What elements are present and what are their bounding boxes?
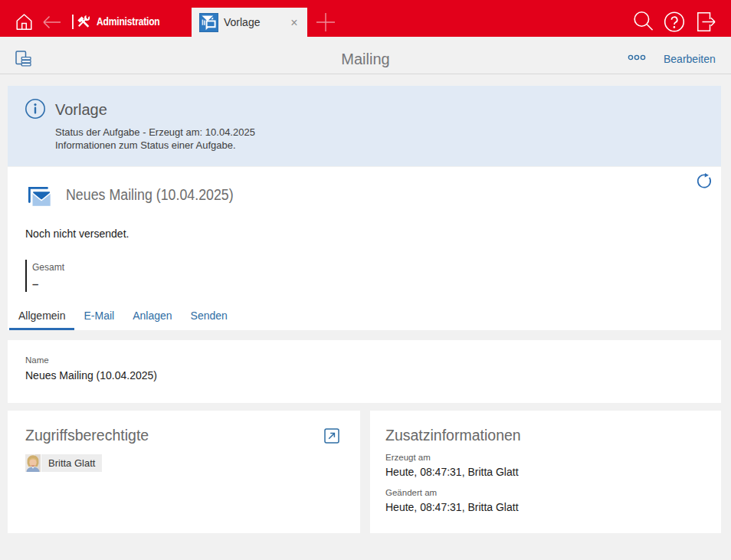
mailing-icon <box>28 186 51 206</box>
top-navigation-bar: Administration Vorlage × <box>0 0 731 37</box>
app-context-label: Administration <box>97 15 160 28</box>
refresh-icon <box>696 172 713 189</box>
info-panel-line2: Informationen zum Status einer Aufgabe. <box>55 139 236 152</box>
record-toolbar: Mailing Bearbeiten <box>0 37 731 74</box>
open-access-rights-button[interactable] <box>324 428 339 444</box>
tab-anlagen[interactable]: Anlagen <box>123 304 181 330</box>
name-field-value: Neues Mailing (10.04.2025) <box>25 368 157 382</box>
help-icon <box>664 11 685 33</box>
tab-senden[interactable]: Senden <box>182 304 237 330</box>
refresh-button[interactable] <box>696 172 713 189</box>
back-icon <box>41 13 62 31</box>
created-at-value: Heute, 08:47:31, Britta Glatt <box>385 466 519 479</box>
info-icon <box>25 98 46 120</box>
tab-close-button[interactable]: × <box>287 16 301 30</box>
back-button[interactable] <box>41 13 62 31</box>
more-actions-button[interactable] <box>628 54 646 61</box>
tools-icon <box>77 15 90 28</box>
detail-tabs: AllgemeinE-MailAnlagenSenden <box>9 304 237 330</box>
access-rights-heading: Zugriffsberechtigte <box>25 426 149 444</box>
search-button[interactable] <box>634 11 654 32</box>
mailing-card: Neues Mailing (10.04.2025) Noch nicht ve… <box>8 167 721 330</box>
gesamt-label: Gesamt <box>32 262 64 273</box>
name-field-label: Name <box>25 355 49 365</box>
edit-button[interactable]: Bearbeiten <box>664 53 716 66</box>
additional-info-heading: Zusatzinformationen <box>385 426 521 444</box>
tab-module-icon <box>199 13 218 32</box>
topbar-divider <box>72 15 74 29</box>
logout-icon <box>696 11 717 33</box>
logout-button[interactable] <box>696 11 717 33</box>
search-icon <box>634 11 654 32</box>
modified-at-value: Heute, 08:47:31, Britta Glatt <box>385 501 519 514</box>
mailing-status-text: Noch nicht versendet. <box>25 227 129 241</box>
home-button[interactable] <box>15 12 34 31</box>
plus-icon <box>316 12 336 32</box>
avatar <box>25 454 41 472</box>
person-chip[interactable]: Britta Glatt <box>25 454 102 472</box>
tab-e-mail[interactable]: E-Mail <box>74 304 123 330</box>
help-button[interactable] <box>664 11 685 33</box>
access-rights-card: Zugriffsberechtigte Britta Glatt <box>8 411 360 533</box>
mailing-heading: Neues Mailing (10.04.2025) <box>66 185 234 205</box>
gesamt-value: – <box>32 278 64 290</box>
home-icon <box>15 12 34 31</box>
modified-at-label: Geändert am <box>385 488 437 498</box>
created-at-label: Erzeugt am <box>385 453 431 463</box>
tab-label: Vorlage <box>224 16 260 29</box>
person-chip-label: Britta Glatt <box>41 454 102 472</box>
info-panel-heading: Vorlage <box>55 100 107 119</box>
additional-info-card: Zusatzinformationen Erzeugt am Heute, 08… <box>370 411 721 533</box>
external-link-icon <box>324 428 339 444</box>
new-tab-button[interactable] <box>316 12 336 32</box>
tab-allgemein[interactable]: Allgemein <box>9 304 74 330</box>
page-title: Mailing <box>0 51 731 67</box>
info-panel-line1: Status der Aufgabe - Erzeugt am: 10.04.2… <box>55 126 255 139</box>
info-panel: Vorlage Status der Aufgabe - Erzeugt am:… <box>8 86 721 166</box>
tab-vorlage[interactable]: Vorlage × <box>192 8 307 37</box>
gesamt-stat: Gesamt – <box>25 260 64 292</box>
name-card: Name Neues Mailing (10.04.2025) <box>8 340 721 403</box>
more-icon <box>628 54 646 61</box>
